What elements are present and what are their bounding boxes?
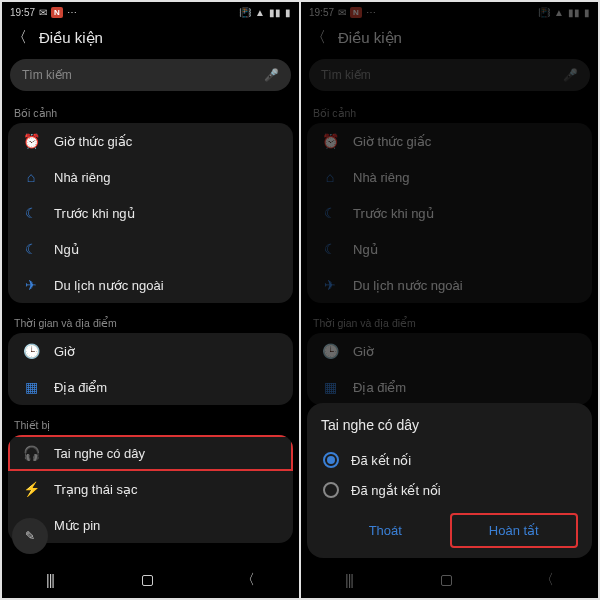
search-placeholder: Tìm kiếm <box>321 68 371 82</box>
row-travel[interactable]: ✈Du lịch nước ngoài <box>8 267 293 303</box>
row-label: Trước khi ngủ <box>353 206 434 221</box>
nav-bar: ||| 〈 <box>2 562 299 598</box>
pencil-icon: ✎ <box>25 529 35 543</box>
row-sleep[interactable]: ☾Ngủ <box>307 231 592 267</box>
search-input[interactable]: Tìm kiếm 🎤 <box>309 59 590 91</box>
sheet-actions: Thoát Hoàn tất <box>321 513 578 548</box>
radio-label: Đã ngắt kết nối <box>351 483 441 498</box>
screen-right: 19:57 ✉ N ⋯ 📳 ▲ ▮▮ ▮ 〈 Điều kiện Tìm kiế… <box>301 2 598 598</box>
search-input[interactable]: Tìm kiếm 🎤 <box>10 59 291 91</box>
radio-icon <box>323 452 339 468</box>
moon-icon: ☾ <box>22 205 40 221</box>
cancel-button[interactable]: Thoát <box>321 513 450 548</box>
row-battery[interactable]: ▯Mức pin <box>8 507 293 543</box>
nav-bar: ||| 〈 <box>301 562 598 598</box>
row-charging[interactable]: ⚡Trạng thái sạc <box>8 471 293 507</box>
row-label: Trước khi ngủ <box>54 206 135 221</box>
mic-icon[interactable]: 🎤 <box>264 68 279 82</box>
mic-icon[interactable]: 🎤 <box>563 68 578 82</box>
alarm-icon: ⏰ <box>321 133 339 149</box>
row-headphones[interactable]: 🎧Tai nghe có dây <box>8 435 293 471</box>
row-time[interactable]: 🕒Giờ <box>307 333 592 369</box>
card-device: 🎧Tai nghe có dây ⚡Trạng thái sạc ▯Mức pi… <box>8 435 293 543</box>
row-place[interactable]: ▦Địa điểm <box>8 369 293 405</box>
row-sleep[interactable]: ☾Ngủ <box>8 231 293 267</box>
section-timeplace: Thời gian và địa điểm <box>307 311 592 333</box>
row-label: Ngủ <box>54 242 79 257</box>
status-badge: N <box>350 7 362 18</box>
bolt-icon: ⚡ <box>22 481 40 497</box>
clock-icon: 🕒 <box>321 343 339 359</box>
status-dots-icon: ⋯ <box>366 7 376 18</box>
card-timeplace: 🕒Giờ ▦Địa điểm <box>8 333 293 405</box>
status-mail-icon: ✉ <box>338 7 346 18</box>
row-label: Giờ thức giấc <box>353 134 431 149</box>
nav-home[interactable] <box>441 575 452 586</box>
status-battery-icon: ▮ <box>285 7 291 18</box>
card-timeplace: 🕒Giờ ▦Địa điểm <box>307 333 592 405</box>
row-label: Tai nghe có dây <box>54 446 145 461</box>
row-label: Du lịch nước ngoài <box>353 278 463 293</box>
row-label: Giờ thức giấc <box>54 134 132 149</box>
headphones-icon: 🎧 <box>22 445 40 461</box>
search-placeholder: Tìm kiếm <box>22 68 72 82</box>
back-icon[interactable]: 〈 <box>12 28 27 47</box>
row-alarm[interactable]: ⏰Giờ thức giấc <box>307 123 592 159</box>
grid-icon: ▦ <box>22 379 40 395</box>
moon-icon: ☾ <box>321 241 339 257</box>
row-alarm[interactable]: ⏰Giờ thức giấc <box>8 123 293 159</box>
home-icon: ⌂ <box>22 169 40 185</box>
row-label: Giờ <box>54 344 75 359</box>
header: 〈 Điều kiện <box>301 22 598 53</box>
card-context: ⏰Giờ thức giấc ⌂Nhà riêng ☾Trước khi ngủ… <box>8 123 293 303</box>
row-label: Giờ <box>353 344 374 359</box>
row-label: Địa điểm <box>54 380 107 395</box>
radio-disconnected[interactable]: Đã ngắt kết nối <box>321 475 578 505</box>
back-icon[interactable]: 〈 <box>311 28 326 47</box>
screen-left: 19:57 ✉ N ⋯ 📳 ▲ ▮▮ ▮ 〈 Điều kiện Tìm kiế… <box>2 2 299 598</box>
nav-recents[interactable]: ||| <box>345 572 353 588</box>
sheet-title: Tai nghe có dây <box>321 417 578 433</box>
nav-home[interactable] <box>142 575 153 586</box>
row-time[interactable]: 🕒Giờ <box>8 333 293 369</box>
radio-connected[interactable]: Đã kết nối <box>321 445 578 475</box>
row-label: Trạng thái sạc <box>54 482 137 497</box>
card-context: ⏰Giờ thức giấc ⌂Nhà riêng ☾Trước khi ngủ… <box>307 123 592 303</box>
header: 〈 Điều kiện <box>2 22 299 53</box>
edit-fab[interactable]: ✎ <box>12 518 48 554</box>
row-travel[interactable]: ✈Du lịch nước ngoài <box>307 267 592 303</box>
status-vibrate-icon: 📳 <box>538 7 550 18</box>
done-button[interactable]: Hoàn tất <box>450 513 579 548</box>
content: Bối cảnh ⏰Giờ thức giấc ⌂Nhà riêng ☾Trướ… <box>2 101 299 562</box>
row-place[interactable]: ▦Địa điểm <box>307 369 592 405</box>
status-wifi-icon: ▲ <box>255 7 265 18</box>
section-device: Thiết bị <box>8 413 293 435</box>
bottom-sheet: Tai nghe có dây Đã kết nối Đã ngắt kết n… <box>307 403 592 558</box>
page-title: Điều kiện <box>338 29 402 47</box>
status-mail-icon: ✉ <box>39 7 47 18</box>
row-label: Mức pin <box>54 518 100 533</box>
radio-label: Đã kết nối <box>351 453 411 468</box>
moon-icon: ☾ <box>22 241 40 257</box>
home-icon: ⌂ <box>321 169 339 185</box>
moon-icon: ☾ <box>321 205 339 221</box>
row-home[interactable]: ⌂Nhà riêng <box>307 159 592 195</box>
row-presleep[interactable]: ☾Trước khi ngủ <box>307 195 592 231</box>
section-timeplace: Thời gian và địa điểm <box>8 311 293 333</box>
plane-icon: ✈ <box>22 277 40 293</box>
nav-back[interactable]: 〈 <box>241 571 255 589</box>
row-presleep[interactable]: ☾Trước khi ngủ <box>8 195 293 231</box>
status-time: 19:57 <box>10 7 35 18</box>
nav-back[interactable]: 〈 <box>540 571 554 589</box>
status-wifi-icon: ▲ <box>554 7 564 18</box>
clock-icon: 🕒 <box>22 343 40 359</box>
status-vibrate-icon: 📳 <box>239 7 251 18</box>
section-context: Bối cảnh <box>307 101 592 123</box>
section-context: Bối cảnh <box>8 101 293 123</box>
nav-recents[interactable]: ||| <box>46 572 54 588</box>
row-label: Nhà riêng <box>54 170 110 185</box>
row-home[interactable]: ⌂Nhà riêng <box>8 159 293 195</box>
row-label: Nhà riêng <box>353 170 409 185</box>
radio-icon <box>323 482 339 498</box>
alarm-icon: ⏰ <box>22 133 40 149</box>
